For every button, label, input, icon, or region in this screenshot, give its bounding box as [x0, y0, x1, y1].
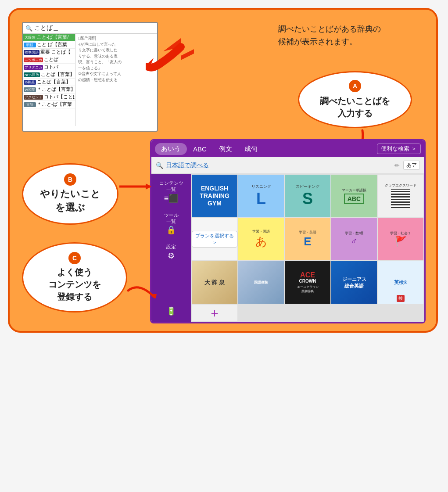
entry-text: 重要 ことば【 — [40, 49, 71, 55]
plan-button[interactable]: プランを選択する ＞ — [192, 231, 237, 248]
sidebar-label: ツール一覧 — [164, 212, 179, 225]
arrow-c-to-grid — [126, 273, 161, 308]
sidebar-battery-icon: 🔋 — [166, 306, 176, 316]
study-social-label: 学習・社会１ — [390, 231, 411, 236]
kana-toggle[interactable]: あア — [403, 161, 420, 170]
entry-badge: 明鏡 — [24, 43, 36, 47]
dict-entry-row[interactable]: G和英 ことば【言葉】 — [23, 79, 75, 86]
sidebar-settings-icon: ⚙ — [168, 251, 175, 261]
study-en-label: 学習・英語 — [299, 230, 316, 235]
junior-sogo-book: ジーニアス総合英語 — [331, 261, 377, 304]
entry-text: こと‐ば【言葉 — [37, 42, 68, 48]
bubble-b-text: やりたいこと を選ぶ — [40, 187, 100, 215]
explanation-text: 調べたいことばがある辞典の 候補が表示されます。 — [278, 23, 410, 48]
sidebar-contents-icon: ≡⬛ — [164, 194, 179, 203]
dict-entry-row[interactable]: 古語 ＊こと‐ば【言葉 — [23, 101, 75, 108]
device-section: ホーム ホーム — [0, 340, 448, 492]
entry-text: ことば【言葉】 — [41, 72, 75, 78]
sidebar-tools-icon: 🔒 — [166, 225, 176, 235]
dict-left-column: 大辞泉 こと‐ば【言葉/ 明鏡 こと‐ば【言葉 標準国語 重要 ことば【 ニッポ… — [23, 34, 75, 126]
search-bar: 🔍 日本語で調べる ✏ あア — [151, 157, 424, 174]
kokugo-book: 国語便覧 — [238, 261, 284, 304]
dict-entry-row[interactable]: 標準国語 重要 ことば【 — [23, 49, 75, 56]
dict-entry-list: 大辞泉 こと‐ば【言葉/ 明鏡 こと‐ば【言葉 標準国語 重要 ことば【 ニッポ… — [23, 34, 157, 126]
grid-cell-daijisen[interactable]: 大 辞 泉 — [192, 261, 237, 304]
grid-cell-club[interactable]: クラブエクスワード — [378, 175, 423, 217]
club-label: クラブエクスワード — [385, 183, 416, 188]
entry-text: ことば — [44, 57, 58, 63]
entry-badge: NHK日放 — [24, 72, 40, 77]
plus-icon: ＋ — [192, 305, 237, 321]
nav-tab-abc[interactable]: ABC — [187, 144, 213, 154]
speaking-label: スピーキング — [296, 184, 319, 190]
sidebar-item-settings[interactable]: 設定 ⚙ — [151, 241, 191, 263]
qr-code — [391, 189, 410, 208]
grid-cell-study-social[interactable]: 学習・社会１ 🚩 — [378, 218, 423, 261]
content-area: コンテンツ一覧 ≡⬛ ツール一覧 🔒 設定 ⚙ 🔋 — [151, 174, 424, 322]
dict-entry-row[interactable]: NHK日放 ことば【言葉】 — [23, 71, 75, 79]
ace-crown-book: ACE CROWN エースクラウン 英和辞典 — [285, 261, 330, 304]
dict-entry-row[interactable]: 明鏡 こと‐ば【言葉 — [23, 41, 75, 49]
red-arrow — [146, 34, 194, 73]
entry-text: ＊ことば【言葉】 — [37, 86, 75, 93]
bubble-c-text: よく使う コンテンツを 登録する — [48, 266, 101, 303]
grid-cell-plus[interactable]: ＋ — [192, 305, 237, 321]
grid-cell-junior-sogo[interactable]: ジーニアス総合英語 — [331, 261, 377, 304]
grid-cell-listening[interactable]: リスニング L — [238, 175, 284, 217]
nav-tab-aiueo[interactable]: あいう — [155, 143, 187, 155]
content-grid: ENGLISHTRAININGGYM リスニング L スピーキング S マーカー… — [191, 174, 424, 322]
entry-badge: 標準国語 — [24, 50, 39, 55]
nav-tab-phrase[interactable]: 成句 — [238, 143, 264, 155]
bubble-c-badge: C — [68, 252, 81, 264]
grid-cell-study-en[interactable]: 学習・英語 E — [285, 218, 330, 261]
grid-cell-gym[interactable]: ENGLISHTRAININGGYM — [192, 175, 237, 217]
arrow-b-to-nav — [117, 176, 157, 198]
bubble-a: A 調べたいことばを 入力する — [298, 71, 412, 128]
entry-badge: アクセント — [24, 95, 43, 100]
gym-text: ENGLISHTRAININGGYM — [200, 185, 229, 207]
convenient-search-button[interactable]: 便利な検索 ＞ — [377, 144, 421, 154]
study-math-label: 学習・数/理 — [345, 231, 363, 236]
speaking-letter: S — [302, 190, 313, 208]
dict-entry-row[interactable]: アクセント コトバ【ことば — [23, 93, 75, 101]
grid-cell-study-math[interactable]: 学習・数/理 ♂ — [331, 218, 377, 261]
bubble-b: B やりたいこと を選ぶ — [22, 163, 118, 225]
dict-entry-row[interactable]: ニッポニカ ことば — [23, 56, 75, 64]
grid-cell-ace-crown[interactable]: ACE CROWN エースクラウン 英和辞典 — [285, 261, 330, 304]
sidebar-item-contents[interactable]: コンテンツ一覧 ≡⬛ — [151, 177, 191, 206]
grid-cell-kokugo[interactable]: 国語便覧 — [238, 261, 284, 304]
study-ja-label: 学習・国語 — [252, 229, 270, 234]
entry-badge: W和英 — [24, 87, 36, 92]
nav-tab-example[interactable]: 例文 — [213, 143, 238, 155]
dict-search-bar: 🔍 ことば＿ — [23, 23, 157, 34]
dictionary-panel: 🔍 ことば＿ 大辞泉 こと‐ば【言葉/ 明鏡 こと‐ば【言葉 標準国語 重要 こ… — [22, 22, 158, 132]
grid-cell-eiken[interactable]: 英検® 検 — [378, 261, 423, 304]
listening-label: リスニング — [251, 184, 271, 190]
bubble-a-text: 調べたいことばを 入力する — [320, 95, 390, 119]
entry-text: ことば【言葉】 — [37, 79, 71, 85]
study-social-icon: 🚩 — [395, 236, 407, 247]
daijisen-book: 大 辞 泉 — [192, 261, 237, 304]
bubble-a-badge: A — [349, 80, 361, 92]
entry-badge: 大辞泉 — [24, 35, 36, 40]
grid-cell-plan[interactable]: プランを選択する ＞ — [192, 218, 237, 261]
dict-entry-row[interactable]: ブリタニカ コトバ — [23, 64, 75, 71]
grid-cell-speaking[interactable]: スピーキング S — [285, 175, 330, 217]
bubble-c: C よく使う コンテンツを 登録する — [22, 242, 127, 312]
search-icon: 🔍 — [25, 25, 32, 32]
sidebar-item-tools[interactable]: ツール一覧 🔒 — [151, 209, 191, 238]
entry-badge: ブリタニカ — [24, 65, 43, 70]
grid-cell-vocab[interactable]: マーカー単語帳 ABC — [331, 175, 377, 217]
vocab-label: マーカー単語帳 — [342, 188, 366, 193]
grid-cell-study-ja[interactable]: 学習・国語 あ — [238, 218, 284, 261]
search-placeholder[interactable]: 日本語で調べる — [166, 162, 394, 169]
sidebar-label: 設定 — [166, 244, 176, 250]
entry-text: コトバ【ことば — [44, 94, 75, 100]
entry-badge: ニッポニカ — [24, 57, 43, 62]
study-en-icon: E — [304, 235, 311, 248]
dict-entry-row[interactable]: 大辞泉 こと‐ば【言葉/ — [23, 34, 75, 41]
dict-entry-row[interactable]: W和英 ＊ことば【言葉】 — [23, 86, 75, 93]
bubble-b-badge: B — [64, 173, 76, 186]
entry-text: コトバ — [44, 64, 58, 70]
entry-badge: 古語 — [24, 102, 36, 107]
